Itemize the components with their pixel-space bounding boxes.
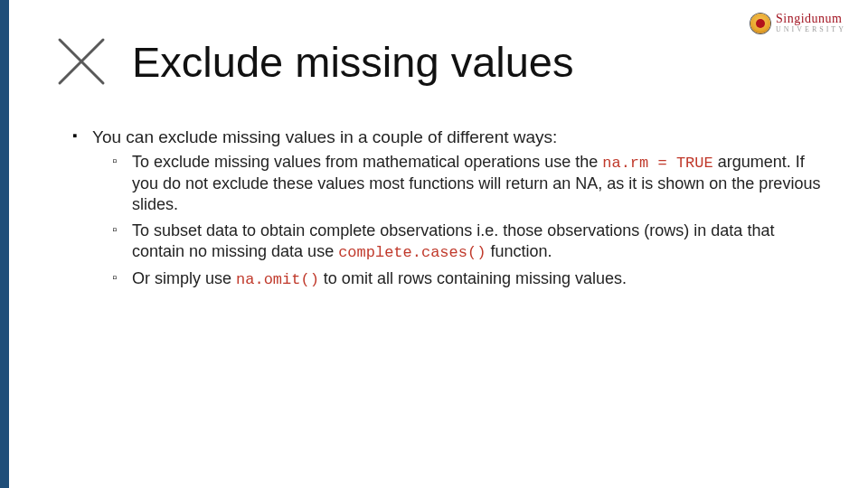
item-code: complete.cases() [338, 244, 486, 261]
item-code: na.omit() [236, 271, 319, 288]
item-text-pre: To exclude missing values from mathemati… [132, 153, 602, 171]
left-accent-stripe [0, 0, 9, 488]
slide-header: Exclude missing values [52, 33, 832, 90]
item-text-pre: Or simply use [132, 269, 236, 287]
page-title: Exclude missing values [132, 37, 574, 87]
item-text-post: function. [486, 242, 552, 260]
item-code: na.rm = TRUE [602, 155, 712, 172]
bullet-level1: You can exclude missing values in a coup… [72, 127, 825, 290]
university-logo: Singidunum UNIVERSITY [750, 13, 846, 33]
logo-crest-icon [750, 14, 770, 33]
x-icon [52, 33, 110, 90]
bullet-level2: To exclude missing values from mathemati… [112, 152, 825, 215]
slide-body: You can exclude missing values in a coup… [72, 127, 825, 296]
item-text-post: to omit all rows containing missing valu… [319, 269, 627, 287]
bullet-level2: Or simply use na.omit() to omit all rows… [112, 268, 825, 290]
logo-text: Singidunum UNIVERSITY [776, 13, 846, 33]
logo-name: Singidunum [776, 13, 846, 25]
lead-text: You can exclude missing values in a coup… [92, 127, 557, 146]
bullet-level2: To subset data to obtain complete observ… [112, 221, 825, 263]
